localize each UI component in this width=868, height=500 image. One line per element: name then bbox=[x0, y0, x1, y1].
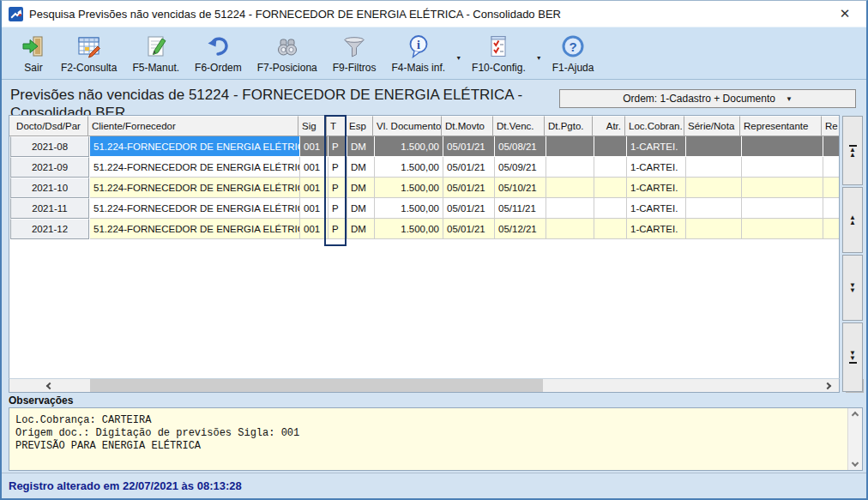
page-up-button[interactable]: ▲▲ bbox=[842, 187, 863, 253]
scroll-left-button[interactable] bbox=[44, 381, 56, 390]
grid-cell[interactable]: 001 bbox=[300, 219, 329, 239]
observations-box[interactable]: Loc.Cobrança: CARTEIRA Origem doc.: Digi… bbox=[9, 407, 863, 471]
grid-cell[interactable] bbox=[742, 219, 823, 239]
table-row[interactable]: 2021-1251.224-FORNECEDOR DE ENERGIA ELÉT… bbox=[9, 219, 839, 239]
grid-cell[interactable]: 1-CARTEI. bbox=[627, 198, 686, 219]
grid-cell[interactable]: 05/01/21 bbox=[443, 198, 495, 219]
grid-cell[interactable] bbox=[686, 136, 742, 157]
column-header-vl-documento[interactable]: Vl. Documento bbox=[373, 116, 442, 136]
column-header-cliente-fornecedor[interactable]: Cliente/Fornecedor bbox=[88, 116, 298, 136]
column-header-dt-pgto-[interactable]: Dt.Pgto. bbox=[545, 116, 593, 136]
docto-cell-button[interactable]: 2021-11 bbox=[10, 198, 89, 219]
grid-cell[interactable] bbox=[594, 157, 627, 178]
grid-cell[interactable] bbox=[823, 157, 840, 178]
grid-cell[interactable]: 1-CARTEI. bbox=[627, 219, 686, 239]
grid-cell[interactable] bbox=[823, 136, 840, 157]
grid-cell[interactable]: 51.224-FORNECEDOR DE ENERGIA ELÉTRICA bbox=[90, 198, 300, 219]
grid-cell[interactable] bbox=[742, 178, 823, 198]
grid-cell[interactable] bbox=[686, 157, 742, 178]
grid-cell[interactable] bbox=[594, 136, 627, 157]
column-header-representante[interactable]: Representante bbox=[740, 116, 822, 136]
grid-cell[interactable]: 05/01/21 bbox=[443, 219, 495, 239]
grid-cell[interactable] bbox=[686, 219, 742, 239]
grid-cell[interactable]: 001 bbox=[300, 198, 329, 219]
table-row[interactable]: 2021-1151.224-FORNECEDOR DE ENERGIA ELÉT… bbox=[9, 198, 839, 219]
order-dropdown-button[interactable]: Ordem: 1-Cadastro + Documento ▼ bbox=[559, 89, 856, 108]
docto-cell-button[interactable]: 2021-12 bbox=[10, 219, 89, 239]
grid-cell[interactable] bbox=[742, 198, 823, 219]
column-header-atr-[interactable]: Atr. bbox=[593, 116, 625, 136]
grid-cell[interactable] bbox=[546, 178, 594, 198]
grid-cell[interactable] bbox=[594, 178, 627, 198]
table-row[interactable]: 2021-0851.224-FORNECEDOR DE ENERGIA ELÉT… bbox=[9, 136, 839, 157]
grid-cell[interactable]: DM bbox=[347, 157, 375, 178]
column-header-dt-venc-[interactable]: Dt.Venc. bbox=[493, 116, 545, 136]
go-first-record-button[interactable]: ▲▲ bbox=[842, 116, 863, 185]
grid-cell[interactable] bbox=[546, 198, 594, 219]
scroll-right-button[interactable] bbox=[822, 381, 834, 390]
grid-cell[interactable]: DM bbox=[347, 219, 375, 239]
observations-scrollbar[interactable] bbox=[847, 408, 862, 470]
toolbar-button-f2-consulta[interactable]: F2-Consulta bbox=[53, 31, 124, 75]
horizontal-scrollbar-thumb[interactable] bbox=[90, 379, 543, 392]
go-last-record-button[interactable]: ▼▼ bbox=[842, 322, 863, 392]
grid-cell[interactable]: 001 bbox=[300, 136, 329, 157]
grid-cell[interactable] bbox=[594, 219, 627, 239]
toolbar-button-f5-manut[interactable]: F5-Manut. bbox=[124, 31, 187, 75]
grid-cell[interactable]: 1.500,00 bbox=[375, 198, 443, 219]
docto-cell-button[interactable]: 2021-08 bbox=[10, 136, 89, 157]
toolbar-button-f6-ordem[interactable]: F6-Ordem bbox=[187, 31, 250, 75]
grid-cell[interactable] bbox=[742, 157, 823, 178]
grid-cell[interactable]: DM bbox=[347, 178, 375, 198]
grid-cell[interactable]: 05/01/21 bbox=[443, 178, 495, 198]
grid-cell[interactable] bbox=[742, 136, 823, 157]
grid-cell[interactable]: 05/01/21 bbox=[443, 136, 495, 157]
grid-cell[interactable]: P bbox=[329, 178, 347, 198]
toolbar-button-f1-ajuda[interactable]: ? F1-Ajuda bbox=[545, 31, 602, 75]
grid-cell[interactable]: 1-CARTEI. bbox=[627, 157, 686, 178]
grid-cell[interactable]: 05/09/21 bbox=[495, 157, 546, 178]
grid-cell[interactable]: 05/08/21 bbox=[495, 136, 546, 157]
grid-cell[interactable]: P bbox=[329, 157, 347, 178]
grid-cell[interactable]: 05/10/21 bbox=[495, 178, 546, 198]
toolbar-button-f10-config[interactable]: F10-Config. bbox=[464, 31, 533, 75]
grid-cell[interactable]: 1.500,00 bbox=[375, 157, 443, 178]
grid-cell[interactable] bbox=[823, 219, 840, 239]
chevron-up-icon[interactable] bbox=[852, 412, 859, 419]
column-header-t[interactable]: T bbox=[327, 116, 346, 136]
docto-cell-button[interactable]: 2021-09 bbox=[10, 157, 89, 178]
column-header-loc-cobran-[interactable]: Loc.Cobran. bbox=[625, 116, 684, 136]
toolbar-button-f7-posiciona[interactable]: F7-Posiciona bbox=[250, 31, 325, 75]
grid-cell[interactable]: 05/12/21 bbox=[495, 219, 546, 239]
column-header-s-rie-nota[interactable]: Série/Nota bbox=[684, 116, 740, 136]
grid-cell[interactable] bbox=[823, 198, 840, 219]
toolbar-button-sair[interactable]: Sair bbox=[14, 31, 53, 75]
close-button[interactable]: ✕ bbox=[830, 3, 859, 25]
grid-cell[interactable]: 05/11/21 bbox=[495, 198, 546, 219]
docto-cell-button[interactable]: 2021-10 bbox=[10, 178, 89, 198]
grid-cell[interactable]: 51.224-FORNECEDOR DE ENERGIA ELÉTRICA bbox=[90, 136, 300, 157]
grid-cell[interactable]: P bbox=[329, 198, 347, 219]
grid-cell[interactable] bbox=[546, 136, 594, 157]
mais-inf-dropdown-arrow[interactable]: ▼ bbox=[453, 55, 464, 61]
grid-cell[interactable]: 1-CARTEI. bbox=[627, 136, 686, 157]
grid-cell[interactable]: DM bbox=[347, 136, 375, 157]
table-row[interactable]: 2021-1051.224-FORNECEDOR DE ENERGIA ELÉT… bbox=[9, 178, 839, 198]
grid-cell[interactable] bbox=[546, 219, 594, 239]
grid-cell[interactable]: 1.500,00 bbox=[375, 178, 443, 198]
grid-cell[interactable]: 51.224-FORNECEDOR DE ENERGIA ELÉTRICA bbox=[90, 219, 300, 239]
config-dropdown-arrow[interactable]: ▼ bbox=[533, 55, 545, 61]
column-header-re[interactable]: Re bbox=[822, 116, 840, 136]
grid-cell[interactable]: DM bbox=[347, 198, 375, 219]
page-down-button[interactable]: ▼▼ bbox=[842, 255, 863, 321]
grid-cell[interactable] bbox=[686, 198, 742, 219]
grid-cell[interactable]: 05/01/21 bbox=[443, 157, 495, 178]
grid-cell[interactable]: 001 bbox=[300, 157, 329, 178]
grid-cell[interactable]: 51.224-FORNECEDOR DE ENERGIA ELÉTRICA bbox=[90, 157, 300, 178]
grid-cell[interactable] bbox=[594, 198, 627, 219]
grid-cell[interactable]: 001 bbox=[300, 178, 329, 198]
grid-cell[interactable]: P bbox=[329, 219, 347, 239]
chevron-down-icon[interactable] bbox=[852, 460, 859, 467]
grid-cell[interactable]: 1.500,00 bbox=[375, 136, 443, 157]
grid-cell[interactable] bbox=[686, 178, 742, 198]
